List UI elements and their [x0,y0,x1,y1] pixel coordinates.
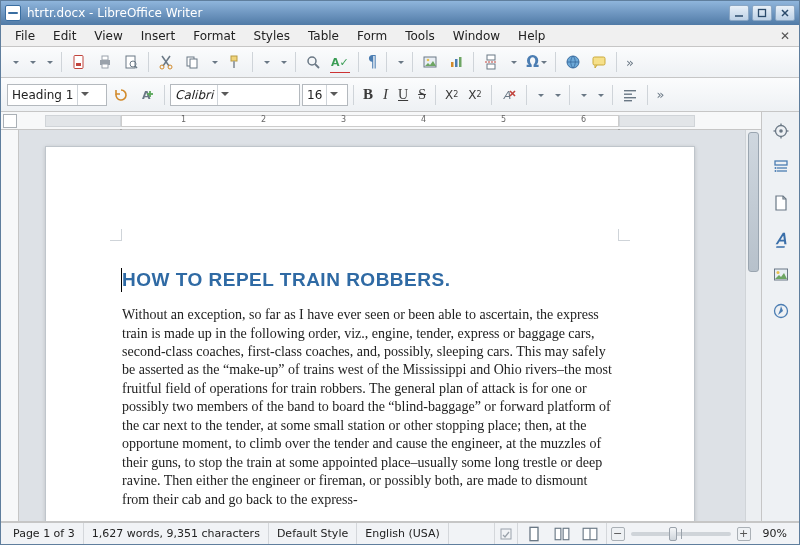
highlight-color-button[interactable] [549,83,564,107]
tab-stop-selector-icon[interactable] [3,114,17,128]
maximize-button[interactable] [752,5,772,21]
close-window-button[interactable] [775,5,795,21]
find-replace-button[interactable] [301,50,325,74]
sidebar-properties-icon[interactable] [768,154,794,180]
menu-format[interactable]: Format [185,27,243,45]
menu-form[interactable]: Form [349,27,395,45]
undo-button[interactable] [258,50,273,74]
font-name-combo[interactable]: Calibri [170,84,300,106]
copy-button[interactable] [180,50,204,74]
formatting-marks-button[interactable]: ¶ [364,50,382,74]
sidebar-settings-icon[interactable] [768,118,794,144]
sidebar-gallery-icon[interactable] [768,262,794,288]
menu-edit[interactable]: Edit [45,27,84,45]
vertical-ruler[interactable] [1,130,19,521]
menu-styles[interactable]: Styles [246,27,298,45]
vertical-scrollbar[interactable] [745,130,761,521]
menu-tools[interactable]: Tools [397,27,443,45]
align-left-button[interactable] [618,83,642,107]
zoom-slider[interactable] [631,532,731,536]
clear-formatting-button[interactable]: A [497,83,521,107]
underline-button[interactable]: U [394,83,412,107]
title-bar[interactable]: htrtr.docx - LibreOffice Writer [1,1,799,25]
book-view-icon[interactable] [578,526,602,542]
zoom-percent[interactable]: 90% [755,523,795,544]
menu-table[interactable]: Table [300,27,347,45]
spellcheck-button[interactable]: A✓ [327,50,353,74]
update-style-button[interactable] [109,83,133,107]
sidebar-page-icon[interactable] [768,190,794,216]
paragraph-style-combo[interactable]: Heading 1 [7,84,107,106]
bullet-list-button[interactable] [575,83,590,107]
clone-formatting-button[interactable] [223,50,247,74]
cut-button[interactable] [154,50,178,74]
status-language[interactable]: English (USA) [357,523,449,544]
text-content[interactable]: HOW TO REPEL TRAIN ROBBERS. Without an e… [122,267,618,509]
toolbar2-overflow-button[interactable]: » [653,83,669,107]
svg-rect-14 [102,56,108,60]
minimize-button[interactable] [729,5,749,21]
export-pdf-button[interactable] [67,50,91,74]
redo-button[interactable] [275,50,290,74]
print-button[interactable] [93,50,117,74]
strikethrough-button[interactable]: S [414,83,430,107]
insert-comment-button[interactable] [587,50,611,74]
sidebar-navigator-icon[interactable] [768,298,794,324]
bold-button[interactable]: B [359,83,377,107]
superscript-button[interactable]: X2 [441,83,462,107]
insert-hyperlink-button[interactable] [561,50,585,74]
menu-file[interactable]: File [7,27,43,45]
status-pagestyle[interactable]: Default Style [269,523,357,544]
document-viewport[interactable]: HOW TO REPEL TRAIN ROBBERS. Without an e… [1,130,761,521]
single-page-view-icon[interactable] [522,526,546,542]
save-document-button[interactable] [41,50,56,74]
window-title: htrtr.docx - LibreOffice Writer [27,6,729,20]
status-page[interactable]: Page 1 of 3 [5,523,84,544]
insert-page-break-button[interactable] [479,50,503,74]
font-size-value: 16 [307,88,322,102]
numbered-list-button[interactable]: 123 [592,83,607,107]
multi-page-view-icon[interactable] [550,526,574,542]
svg-point-21 [160,65,164,69]
svg-point-75 [779,129,783,133]
svg-rect-70 [624,90,636,91]
status-wordcount[interactable]: 1,627 words, 9,351 characters [84,523,269,544]
status-signature-icon[interactable] [495,523,518,544]
menu-view[interactable]: View [86,27,130,45]
sidebar-styles-icon[interactable]: A̲ [768,226,794,252]
new-document-button[interactable] [7,50,22,74]
work-area: 1 2 3 4 5 6 HOW TO REPEL TRAIN ROBBERS. … [1,112,799,522]
menu-window[interactable]: Window [445,27,508,45]
new-style-button[interactable]: A [135,83,159,107]
svg-rect-42 [487,64,495,69]
subscript-button[interactable]: X2 [464,83,485,107]
insert-image-button[interactable] [418,50,442,74]
insert-table-button[interactable] [392,50,407,74]
writer-app-icon [5,5,21,21]
font-size-combo[interactable]: 16 [302,84,348,106]
toolbar-overflow-button[interactable]: » [622,50,638,74]
body-paragraph[interactable]: Without an exception, so far as I have e… [122,306,618,509]
horizontal-ruler[interactable]: 1 2 3 4 5 6 [1,112,761,130]
insert-special-char-button[interactable]: Ω [522,50,550,74]
zoom-out-button[interactable]: − [611,527,625,541]
italic-button[interactable]: I [379,83,392,107]
menu-help[interactable]: Help [510,27,553,45]
scrollbar-thumb[interactable] [748,132,759,272]
menu-insert[interactable]: Insert [133,27,183,45]
svg-point-86 [776,271,779,274]
print-preview-button[interactable] [119,50,143,74]
paste-button[interactable] [206,50,221,74]
status-insertmode[interactable] [449,523,495,544]
insert-chart-button[interactable] [444,50,468,74]
svg-point-30 [308,57,316,65]
zoom-slider-knob[interactable] [669,527,677,541]
svg-rect-15 [102,64,108,68]
svg-line-31 [315,64,319,68]
insert-field-button[interactable] [505,50,520,74]
open-document-button[interactable] [24,50,39,74]
close-document-icon[interactable]: ✕ [777,28,793,44]
svg-rect-28 [231,56,237,61]
zoom-in-button[interactable]: + [737,527,751,541]
font-color-button[interactable]: A [532,83,547,107]
